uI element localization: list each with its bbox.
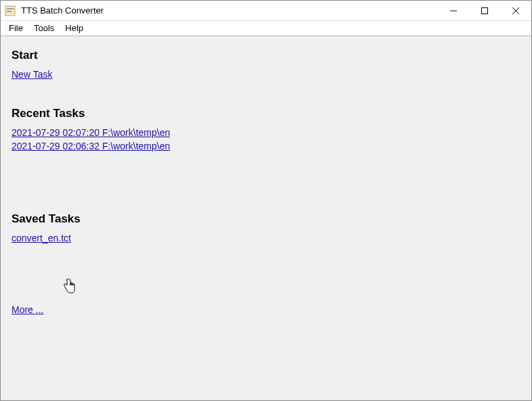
recent-heading: Recent Tasks bbox=[12, 107, 520, 120]
more-link[interactable]: More ... bbox=[12, 304, 43, 315]
start-heading: Start bbox=[12, 49, 520, 62]
saved-tasks-section: Saved Tasks convert_en.tct bbox=[12, 212, 520, 243]
recent-task-link[interactable]: 2021-07-29 02:06:32 F:\work\temp\en bbox=[12, 141, 170, 151]
cursor-hand-icon bbox=[63, 279, 75, 296]
recent-task-link[interactable]: 2021-07-29 02:07:20 F:\work\temp\en bbox=[12, 127, 170, 138]
window-controls bbox=[438, 1, 531, 21]
close-button[interactable] bbox=[500, 1, 531, 21]
app-icon bbox=[5, 5, 16, 16]
svg-rect-4 bbox=[482, 7, 488, 14]
window-title: TTS Batch Converter bbox=[21, 5, 104, 16]
start-section: Start New Task bbox=[12, 49, 520, 80]
app-window: TTS Batch Converter File Tools Help Star… bbox=[1, 1, 531, 400]
menu-tools[interactable]: Tools bbox=[28, 22, 60, 34]
saved-task-link[interactable]: convert_en.tct bbox=[12, 233, 71, 243]
maximize-button[interactable] bbox=[469, 1, 500, 21]
saved-heading: Saved Tasks bbox=[12, 212, 520, 226]
title-bar: TTS Batch Converter bbox=[1, 1, 531, 21]
minimize-button[interactable] bbox=[438, 1, 469, 21]
content-area: Start New Task Recent Tasks 2021-07-29 0… bbox=[1, 36, 531, 400]
recent-tasks-section: Recent Tasks 2021-07-29 02:07:20 F:\work… bbox=[12, 107, 520, 151]
more-section: More ... bbox=[12, 304, 520, 315]
menu-bar: File Tools Help bbox=[1, 21, 531, 36]
menu-file[interactable]: File bbox=[3, 22, 28, 34]
svg-rect-2 bbox=[7, 11, 12, 12]
menu-help[interactable]: Help bbox=[60, 22, 89, 34]
new-task-link[interactable]: New Task bbox=[12, 69, 52, 80]
svg-rect-1 bbox=[7, 8, 14, 9]
